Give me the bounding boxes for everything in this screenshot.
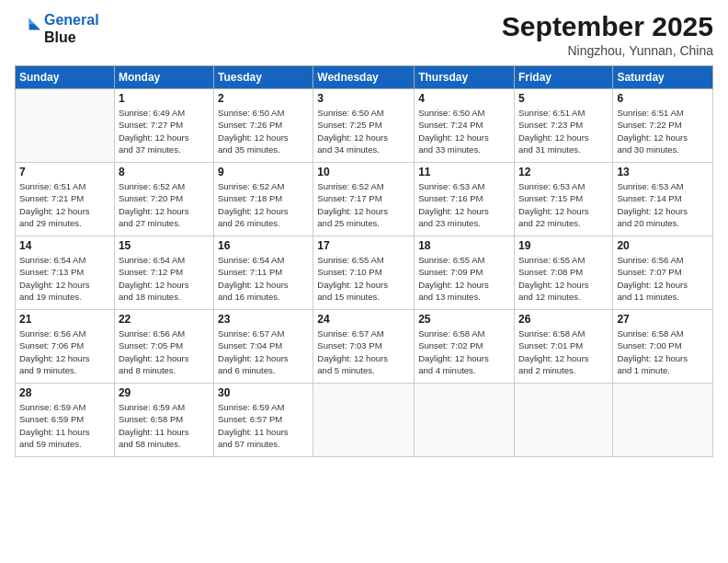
day-info: Sunrise: 6:51 AM Sunset: 7:21 PM Dayligh… bbox=[19, 180, 110, 229]
day-number: 22 bbox=[119, 313, 210, 326]
header-monday: Monday bbox=[114, 66, 213, 89]
day-number: 2 bbox=[218, 92, 309, 105]
calendar-cell: 26Sunrise: 6:58 AM Sunset: 7:01 PM Dayli… bbox=[514, 310, 612, 384]
logo-icon bbox=[15, 16, 40, 41]
day-number: 11 bbox=[418, 166, 510, 178]
day-info: Sunrise: 6:56 AM Sunset: 7:06 PM Dayligh… bbox=[19, 327, 110, 376]
calendar-cell: 13Sunrise: 6:53 AM Sunset: 7:14 PM Dayli… bbox=[613, 163, 713, 236]
calendar-table: Sunday Monday Tuesday Wednesday Thursday… bbox=[15, 65, 713, 457]
day-info: Sunrise: 6:51 AM Sunset: 7:23 PM Dayligh… bbox=[518, 107, 609, 155]
calendar-header-row: Sunday Monday Tuesday Wednesday Thursday… bbox=[16, 66, 713, 89]
calendar-cell: 10Sunrise: 6:52 AM Sunset: 7:17 PM Dayli… bbox=[313, 163, 415, 236]
day-info: Sunrise: 6:52 AM Sunset: 7:20 PM Dayligh… bbox=[119, 180, 210, 229]
calendar-cell bbox=[313, 384, 415, 457]
day-number: 13 bbox=[617, 166, 709, 178]
day-number: 19 bbox=[518, 239, 609, 252]
header: General Blue September 2025 Ningzhou, Yu… bbox=[15, 11, 713, 58]
day-info: Sunrise: 6:54 AM Sunset: 7:11 PM Dayligh… bbox=[218, 254, 309, 303]
calendar-cell: 12Sunrise: 6:53 AM Sunset: 7:15 PM Dayli… bbox=[514, 163, 612, 236]
calendar-cell bbox=[16, 89, 115, 163]
day-number: 26 bbox=[518, 313, 609, 326]
day-number: 29 bbox=[119, 386, 210, 399]
header-tuesday: Tuesday bbox=[214, 66, 313, 89]
calendar-cell: 8Sunrise: 6:52 AM Sunset: 7:20 PM Daylig… bbox=[114, 163, 213, 236]
day-number: 10 bbox=[317, 166, 410, 178]
day-info: Sunrise: 6:53 AM Sunset: 7:15 PM Dayligh… bbox=[518, 180, 609, 229]
day-number: 18 bbox=[418, 239, 510, 252]
calendar-cell: 29Sunrise: 6:59 AM Sunset: 6:58 PM Dayli… bbox=[114, 384, 213, 457]
day-number: 21 bbox=[19, 313, 110, 326]
day-info: Sunrise: 6:56 AM Sunset: 7:07 PM Dayligh… bbox=[617, 254, 709, 303]
day-number: 12 bbox=[518, 166, 609, 178]
day-info: Sunrise: 6:52 AM Sunset: 7:17 PM Dayligh… bbox=[317, 180, 410, 229]
day-number: 17 bbox=[317, 239, 410, 252]
calendar-cell: 4Sunrise: 6:50 AM Sunset: 7:24 PM Daylig… bbox=[415, 89, 515, 163]
day-number: 27 bbox=[617, 313, 709, 326]
day-info: Sunrise: 6:59 AM Sunset: 6:58 PM Dayligh… bbox=[119, 401, 210, 450]
day-info: Sunrise: 6:54 AM Sunset: 7:13 PM Dayligh… bbox=[19, 254, 110, 303]
day-number: 23 bbox=[218, 313, 309, 326]
calendar-cell: 25Sunrise: 6:58 AM Sunset: 7:02 PM Dayli… bbox=[415, 310, 515, 384]
day-info: Sunrise: 6:50 AM Sunset: 7:25 PM Dayligh… bbox=[317, 107, 410, 155]
day-info: Sunrise: 6:53 AM Sunset: 7:16 PM Dayligh… bbox=[418, 180, 510, 229]
calendar-week-2: 7Sunrise: 6:51 AM Sunset: 7:21 PM Daylig… bbox=[16, 163, 713, 236]
day-number: 25 bbox=[418, 313, 510, 326]
day-number: 16 bbox=[218, 239, 309, 252]
day-info: Sunrise: 6:55 AM Sunset: 7:09 PM Dayligh… bbox=[418, 254, 510, 303]
day-info: Sunrise: 6:51 AM Sunset: 7:22 PM Dayligh… bbox=[617, 107, 709, 155]
header-wednesday: Wednesday bbox=[313, 66, 415, 89]
calendar-cell: 27Sunrise: 6:58 AM Sunset: 7:00 PM Dayli… bbox=[613, 310, 713, 384]
day-info: Sunrise: 6:56 AM Sunset: 7:05 PM Dayligh… bbox=[119, 327, 210, 376]
calendar-week-5: 28Sunrise: 6:59 AM Sunset: 6:59 PM Dayli… bbox=[16, 384, 713, 457]
day-info: Sunrise: 6:58 AM Sunset: 7:00 PM Dayligh… bbox=[617, 327, 709, 376]
day-number: 9 bbox=[218, 166, 309, 178]
day-number: 28 bbox=[19, 386, 110, 399]
day-info: Sunrise: 6:49 AM Sunset: 7:27 PM Dayligh… bbox=[119, 107, 210, 155]
day-info: Sunrise: 6:50 AM Sunset: 7:26 PM Dayligh… bbox=[218, 107, 309, 155]
day-number: 30 bbox=[218, 386, 309, 399]
calendar-week-3: 14Sunrise: 6:54 AM Sunset: 7:13 PM Dayli… bbox=[16, 236, 713, 310]
logo: General Blue bbox=[15, 11, 99, 46]
day-info: Sunrise: 6:59 AM Sunset: 6:59 PM Dayligh… bbox=[19, 401, 110, 450]
day-info: Sunrise: 6:52 AM Sunset: 7:18 PM Dayligh… bbox=[218, 180, 309, 229]
calendar-cell: 7Sunrise: 6:51 AM Sunset: 7:21 PM Daylig… bbox=[16, 163, 115, 236]
calendar-cell: 6Sunrise: 6:51 AM Sunset: 7:22 PM Daylig… bbox=[613, 89, 713, 163]
day-info: Sunrise: 6:53 AM Sunset: 7:14 PM Dayligh… bbox=[617, 180, 709, 229]
day-info: Sunrise: 6:57 AM Sunset: 7:04 PM Dayligh… bbox=[218, 327, 309, 376]
calendar-week-1: 1Sunrise: 6:49 AM Sunset: 7:27 PM Daylig… bbox=[16, 89, 713, 163]
calendar-cell: 19Sunrise: 6:55 AM Sunset: 7:08 PM Dayli… bbox=[514, 236, 612, 310]
day-info: Sunrise: 6:58 AM Sunset: 7:01 PM Dayligh… bbox=[518, 327, 609, 376]
calendar-cell: 16Sunrise: 6:54 AM Sunset: 7:11 PM Dayli… bbox=[214, 236, 313, 310]
location: Ningzhou, Yunnan, China bbox=[502, 43, 713, 58]
header-thursday: Thursday bbox=[415, 66, 515, 89]
day-number: 3 bbox=[317, 92, 410, 105]
calendar-cell: 9Sunrise: 6:52 AM Sunset: 7:18 PM Daylig… bbox=[214, 163, 313, 236]
calendar-cell: 11Sunrise: 6:53 AM Sunset: 7:16 PM Dayli… bbox=[415, 163, 515, 236]
day-info: Sunrise: 6:58 AM Sunset: 7:02 PM Dayligh… bbox=[418, 327, 510, 376]
calendar-cell: 2Sunrise: 6:50 AM Sunset: 7:26 PM Daylig… bbox=[214, 89, 313, 163]
calendar-cell: 30Sunrise: 6:59 AM Sunset: 6:57 PM Dayli… bbox=[214, 384, 313, 457]
day-number: 6 bbox=[617, 92, 709, 105]
calendar-cell: 3Sunrise: 6:50 AM Sunset: 7:25 PM Daylig… bbox=[313, 89, 415, 163]
calendar-cell bbox=[514, 384, 612, 457]
day-number: 1 bbox=[119, 92, 210, 105]
svg-marker-1 bbox=[29, 18, 35, 24]
calendar-cell: 24Sunrise: 6:57 AM Sunset: 7:03 PM Dayli… bbox=[313, 310, 415, 384]
calendar-cell: 5Sunrise: 6:51 AM Sunset: 7:23 PM Daylig… bbox=[514, 89, 612, 163]
day-number: 20 bbox=[617, 239, 709, 252]
header-saturday: Saturday bbox=[613, 66, 713, 89]
day-number: 14 bbox=[19, 239, 110, 252]
header-friday: Friday bbox=[514, 66, 612, 89]
calendar-week-4: 21Sunrise: 6:56 AM Sunset: 7:06 PM Dayli… bbox=[16, 310, 713, 384]
day-info: Sunrise: 6:57 AM Sunset: 7:03 PM Dayligh… bbox=[317, 327, 410, 376]
day-number: 15 bbox=[119, 239, 210, 252]
calendar-cell: 22Sunrise: 6:56 AM Sunset: 7:05 PM Dayli… bbox=[114, 310, 213, 384]
day-info: Sunrise: 6:55 AM Sunset: 7:08 PM Dayligh… bbox=[518, 254, 609, 303]
day-info: Sunrise: 6:54 AM Sunset: 7:12 PM Dayligh… bbox=[119, 254, 210, 303]
calendar-cell: 20Sunrise: 6:56 AM Sunset: 7:07 PM Dayli… bbox=[613, 236, 713, 310]
calendar-cell: 21Sunrise: 6:56 AM Sunset: 7:06 PM Dayli… bbox=[16, 310, 115, 384]
calendar-cell: 17Sunrise: 6:55 AM Sunset: 7:10 PM Dayli… bbox=[313, 236, 415, 310]
calendar-cell: 28Sunrise: 6:59 AM Sunset: 6:59 PM Dayli… bbox=[16, 384, 115, 457]
calendar-cell: 15Sunrise: 6:54 AM Sunset: 7:12 PM Dayli… bbox=[114, 236, 213, 310]
day-number: 4 bbox=[418, 92, 510, 105]
